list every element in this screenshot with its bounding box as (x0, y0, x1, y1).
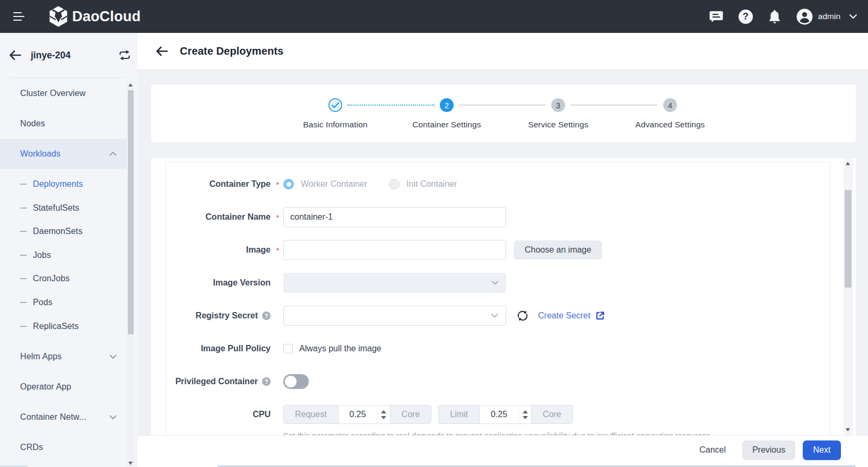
image-input[interactable] (283, 240, 506, 260)
daocloud-logo-icon (49, 6, 68, 27)
brand-logo: DaoCloud (49, 6, 141, 27)
sidebar-item-replicasets[interactable]: ReplicaSets (0, 315, 126, 338)
check-icon (331, 102, 340, 109)
dash-icon (20, 255, 27, 256)
scrollbar-thumb[interactable] (128, 90, 134, 334)
cpu-request-stepper[interactable] (377, 405, 390, 423)
sidebar-item-daemonsets[interactable]: DaemonSets (0, 220, 126, 243)
dash-icon (20, 184, 27, 185)
step-connector (459, 105, 546, 106)
stepper: 2 3 4 Basic Information Container Settin… (151, 85, 856, 142)
dash-icon (20, 302, 27, 303)
container-name-input[interactable] (283, 207, 506, 227)
external-link-icon[interactable] (595, 311, 605, 321)
form-row-registry-secret: Registry Secret? Create Secret (166, 306, 830, 326)
page-header: Create Deployments (138, 33, 868, 69)
cancel-button[interactable]: Cancel (699, 445, 726, 455)
sidebar-item-workloads[interactable]: Workloads (0, 139, 126, 169)
help-icon[interactable]: ? (262, 312, 271, 320)
sidebar-scrollbar[interactable] (127, 81, 134, 467)
bell-icon[interactable] (768, 9, 782, 24)
registry-secret-select[interactable] (283, 306, 506, 326)
sidebar-item-container-network[interactable]: Container Netw... (0, 402, 126, 432)
choose-image-button[interactable]: Choose an image (514, 240, 602, 260)
step-connector-done (348, 105, 435, 106)
form-row-image-pull-policy: Image Pull Policy Always pull the image (166, 339, 830, 359)
sidebar-item-statefulsets[interactable]: StatefulSets (0, 196, 126, 220)
user-menu[interactable]: admin (796, 8, 857, 25)
username: admin (818, 12, 840, 21)
always-pull-checkbox[interactable] (283, 344, 293, 353)
step-3-circle: 3 (551, 98, 565, 112)
refresh-icon[interactable] (517, 310, 528, 322)
scrollbar-thumb[interactable] (845, 190, 852, 288)
sidebar-item-jobs[interactable]: Jobs (0, 244, 126, 267)
stepper-up-arrow (523, 410, 528, 413)
step-1-label: Basic Information (277, 120, 394, 129)
scroll-up-arrow[interactable] (846, 162, 850, 165)
scroll-down-arrow[interactable] (846, 428, 850, 431)
avatar (796, 8, 813, 25)
form-scrollbar[interactable] (844, 158, 853, 435)
previous-button[interactable]: Previous (742, 440, 795, 460)
radio-worker-container[interactable] (283, 179, 294, 189)
page-title: Create Deployments (180, 45, 283, 57)
form-row-container-type: Container Type* Worker Container Init Co… (166, 174, 830, 194)
container-settings-form: Container Type* Worker Container Init Co… (151, 158, 856, 435)
cpu-limit-stepper[interactable] (518, 405, 531, 423)
step-4-circle: 4 (663, 98, 677, 112)
sidebar-item-operator-app[interactable]: Operator App (0, 372, 126, 402)
radio-init-container[interactable] (389, 179, 400, 189)
required-asterisk: * (276, 213, 279, 222)
dash-icon (20, 326, 27, 327)
stepper-down-arrow (523, 416, 528, 419)
sidebar-back-icon[interactable] (9, 50, 21, 60)
required-asterisk: * (276, 246, 279, 255)
sidebar-divider (10, 77, 125, 78)
chevron-down-icon (109, 415, 117, 420)
scroll-up-arrow[interactable] (128, 83, 133, 87)
chevron-down-icon (491, 314, 498, 318)
next-button[interactable]: Next (803, 440, 841, 460)
sidebar-item-nodes[interactable]: Nodes (0, 109, 126, 139)
sidebar-item-deployments[interactable]: Deployments (0, 172, 126, 196)
cpu-request-group: Request 0.25 Core (283, 405, 431, 424)
dash-icon (20, 207, 27, 209)
chevron-down-icon (491, 281, 499, 286)
stepper-up-arrow (381, 410, 386, 413)
sidebar-item-cluster-overview[interactable]: Cluster Overview (0, 79, 126, 108)
form-row-image-version: Image Version (166, 273, 830, 293)
form-row-image: Image* Choose an image (166, 240, 830, 260)
chevron-down-icon (109, 354, 117, 359)
form-row-container-name: Container Name* (166, 207, 830, 227)
sidebar-item-helm-apps[interactable]: Helm Apps (0, 342, 126, 371)
topbar: DaoCloud ? admin (0, 0, 868, 33)
brand-name: DaoCloud (72, 8, 141, 25)
sidebar-item-crds[interactable]: CRDs (0, 433, 126, 462)
form-row-privileged-container: Privileged Container? (166, 371, 830, 392)
form-row-cpu: CPU Request 0.25 Core Limit 0.25 Core (166, 404, 830, 425)
required-asterisk: * (276, 180, 279, 189)
sidebar-item-pods[interactable]: Pods (0, 291, 126, 314)
image-version-select[interactable] (283, 273, 506, 293)
scroll-down-arrow[interactable] (128, 462, 133, 465)
stepper-down-arrow (381, 416, 386, 419)
privileged-toggle[interactable] (283, 374, 309, 389)
chevron-up-icon (109, 152, 117, 157)
help-icon[interactable]: ? (262, 377, 271, 386)
cpu-request-value[interactable]: 0.25 (338, 405, 377, 423)
cpu-hint-text: Set this parameter according to real dem… (283, 431, 830, 435)
step-2-label: Container Settings (388, 120, 505, 129)
create-secret-link[interactable]: Create Secret (538, 311, 591, 321)
sidebar-item-cronjobs[interactable]: CronJobs (0, 267, 126, 290)
chat-icon[interactable] (709, 9, 724, 24)
step-1-circle (328, 98, 342, 112)
cluster-name: jinye-204 (31, 50, 71, 61)
switch-cluster-icon[interactable] (119, 50, 131, 60)
sidebar: jinye-204 Cluster Overview Nodes Workloa… (0, 33, 138, 467)
cpu-limit-value[interactable]: 0.25 (480, 405, 518, 423)
menu-icon[interactable] (13, 12, 25, 21)
cpu-limit-group: Limit 0.25 Core (438, 405, 572, 424)
page-back-icon[interactable] (155, 46, 168, 56)
help-icon[interactable]: ? (739, 10, 753, 24)
